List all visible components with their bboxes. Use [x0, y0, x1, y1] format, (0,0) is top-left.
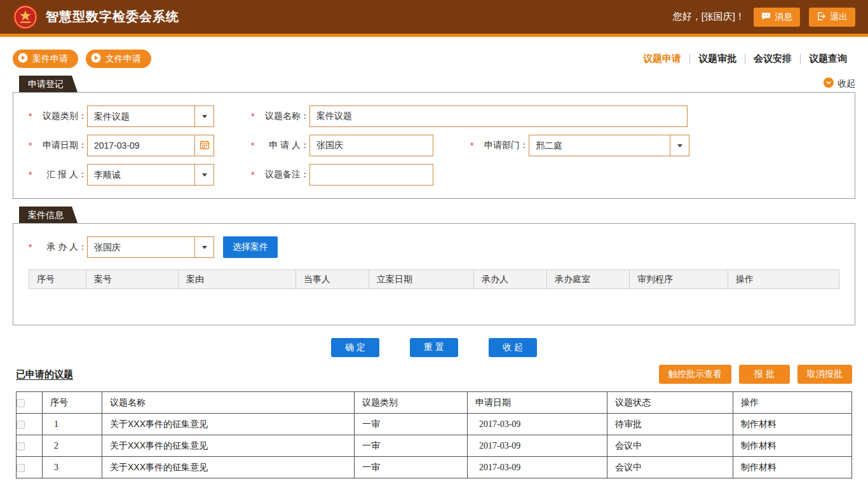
dropdown-button[interactable] — [194, 165, 214, 185]
nav-item-meeting-arrange[interactable]: 会议安排 — [745, 53, 800, 65]
row-checkbox-cell — [17, 457, 43, 478]
case-col-no: 序号 — [29, 270, 86, 289]
confirm-button[interactable]: 确 定 — [331, 338, 379, 357]
apply-dept-select[interactable]: 邢二庭 — [529, 135, 689, 156]
form-row-3: * 汇 报 人： 李顺诚 * 议题备注： — [29, 164, 839, 186]
topics-col-name: 议题名称 — [102, 392, 355, 414]
calendar-icon — [200, 140, 210, 152]
form-row-2: * 申请日期： * 申 请 人： * 申请部门： — [29, 135, 839, 156]
cell-topic-type: 一审 — [355, 435, 468, 457]
cell-topic-name: 关于XXX事件的征集意见 — [102, 435, 355, 457]
topic-name-label: 议题名称： — [259, 111, 309, 122]
undertaker-field: * 承 办 人： 张国庆 — [29, 236, 214, 258]
apply-date-field: * 申请日期： — [29, 135, 214, 156]
play-circle-icon — [91, 53, 101, 65]
case-col-cause: 案由 — [179, 270, 296, 289]
reporter-select[interactable]: 李顺诚 — [87, 164, 214, 186]
top-nav: 议题申请 议题审批 会议安排 议题查询 — [635, 53, 855, 65]
required-marker: * — [470, 140, 475, 151]
dropdown-button[interactable] — [194, 237, 214, 257]
case-table: 序号 案号 案由 当事人 立案日期 承办人 承办庭室 审判程序 操作 — [29, 269, 839, 289]
row-checkbox[interactable] — [17, 442, 25, 451]
case-info-tab-row: 案件信息 — [13, 207, 855, 223]
national-emblem-logo — [13, 4, 38, 30]
topic-name-input[interactable] — [309, 105, 688, 127]
touch-review-button[interactable]: 触控批示查看 — [659, 365, 731, 384]
undertaker-label: 承 办 人： — [36, 241, 87, 253]
toolbar-row: 案件申请 文件申请 议题申请 议题审批 会议安排 议题查询 — [0, 37, 868, 68]
row-checkbox-cell — [17, 414, 43, 435]
play-circle-icon — [18, 53, 28, 65]
cell-topic-type: 一审 — [355, 457, 468, 478]
remark-label: 议题备注： — [259, 169, 309, 180]
chevron-down-icon — [202, 173, 207, 177]
topic-type-select[interactable]: 案件议题 — [87, 105, 214, 127]
required-marker: * — [29, 111, 34, 121]
cell-status: 会议中 — [607, 457, 733, 478]
row-checkbox[interactable] — [17, 421, 25, 429]
reporter-label: 汇 报 人： — [36, 169, 87, 180]
apply-form-panel: * 议题类别： 案件议题 * 议题名称： * 申请日期： — [13, 92, 855, 199]
apply-date-input[interactable] — [88, 135, 194, 156]
case-info-section-tab: 案件信息 — [19, 207, 78, 223]
undertaker-select[interactable]: 张国庆 — [87, 236, 214, 258]
case-apply-button[interactable]: 案件申请 — [13, 50, 78, 68]
dropdown-button[interactable] — [670, 135, 689, 156]
cell-no: 2 — [43, 435, 102, 457]
remark-field: * 议题备注： — [251, 164, 433, 186]
form-row-1: * 议题类别： 案件议题 * 议题名称： — [29, 105, 839, 127]
apply-form-tab-row: 申请登记 收起 — [13, 76, 855, 92]
logout-button-label: 退出 — [830, 11, 848, 23]
cancel-approval-button[interactable]: 取消报批 — [797, 365, 852, 384]
header-right: 您好，[张国庆]！ 消息 退出 — [673, 8, 855, 27]
apply-form-section-tab: 申请登记 — [19, 76, 78, 92]
required-marker: * — [251, 111, 256, 121]
app-header: 智慧型数字检委会系统 您好，[张国庆]！ 消息 退出 — [0, 0, 868, 37]
topic-type-field: * 议题类别： 案件议题 — [29, 105, 214, 127]
cell-apply-date: 2017-03-09 — [468, 457, 607, 478]
undertaker-row: * 承 办 人： 张国庆 选择案件 — [29, 236, 839, 258]
required-marker: * — [29, 242, 34, 252]
case-col-undertaker: 承办人 — [474, 270, 547, 289]
cell-action-make-materials[interactable]: 制作材料 — [733, 457, 852, 478]
submit-approval-button[interactable]: 报 批 — [739, 365, 790, 384]
dropdown-button[interactable] — [194, 106, 214, 126]
chevron-down-icon — [202, 246, 207, 249]
nav-item-topic-query[interactable]: 议题查询 — [801, 53, 855, 65]
reset-button[interactable]: 重 置 — [410, 338, 458, 357]
row-checkbox-cell — [17, 435, 43, 457]
topic-type-label: 议题类别： — [36, 111, 87, 122]
case-col-action: 操作 — [728, 270, 839, 289]
cell-action-make-materials[interactable]: 制作材料 — [733, 414, 852, 435]
row-checkbox[interactable] — [17, 464, 25, 472]
case-apply-label: 案件申请 — [32, 53, 68, 65]
apply-dept-field: * 申请部门： 邢二庭 — [470, 135, 689, 156]
topics-col-date: 申请日期 — [468, 392, 607, 414]
applicant-input[interactable] — [309, 135, 433, 156]
required-marker: * — [29, 170, 34, 180]
required-marker: * — [251, 140, 256, 151]
messages-button-label: 消息 — [775, 11, 792, 23]
collapse-button[interactable]: 收 起 — [489, 338, 537, 357]
case-col-party: 当事人 — [296, 270, 369, 289]
cell-topic-name: 关于XXX事件的征集意见 — [102, 414, 355, 435]
cell-action-make-materials[interactable]: 制作材料 — [733, 435, 852, 457]
select-all-checkbox[interactable] — [17, 399, 25, 407]
apply-form-section: 申请登记 收起 * 议题类别： 案件议题 * 议题名称： — [13, 76, 855, 199]
file-apply-button[interactable]: 文件申请 — [86, 50, 151, 68]
messages-button[interactable]: 消息 — [754, 8, 800, 27]
collapse-link[interactable]: 收起 — [824, 78, 855, 92]
required-marker: * — [251, 170, 256, 180]
calendar-button[interactable] — [194, 135, 214, 156]
topics-header-row: 序号 议题名称 议题类别 申请日期 议题状态 操作 — [17, 392, 852, 414]
nav-item-topic-approve[interactable]: 议题审批 — [690, 53, 745, 65]
applicant-label: 申 请 人： — [259, 140, 309, 151]
remark-input[interactable] — [309, 164, 433, 186]
logout-button[interactable]: 退出 — [809, 8, 855, 27]
topics-col-no: 序号 — [43, 392, 102, 414]
case-info-section: 案件信息 * 承 办 人： 张国庆 选择案件 序号 案号 案由 当 — [13, 207, 855, 325]
nav-item-topic-apply[interactable]: 议题申请 — [635, 53, 689, 65]
select-case-button[interactable]: 选择案件 — [223, 236, 278, 258]
app-title: 智慧型数字检委会系统 — [46, 8, 179, 25]
cell-topic-type: 一审 — [355, 414, 468, 435]
